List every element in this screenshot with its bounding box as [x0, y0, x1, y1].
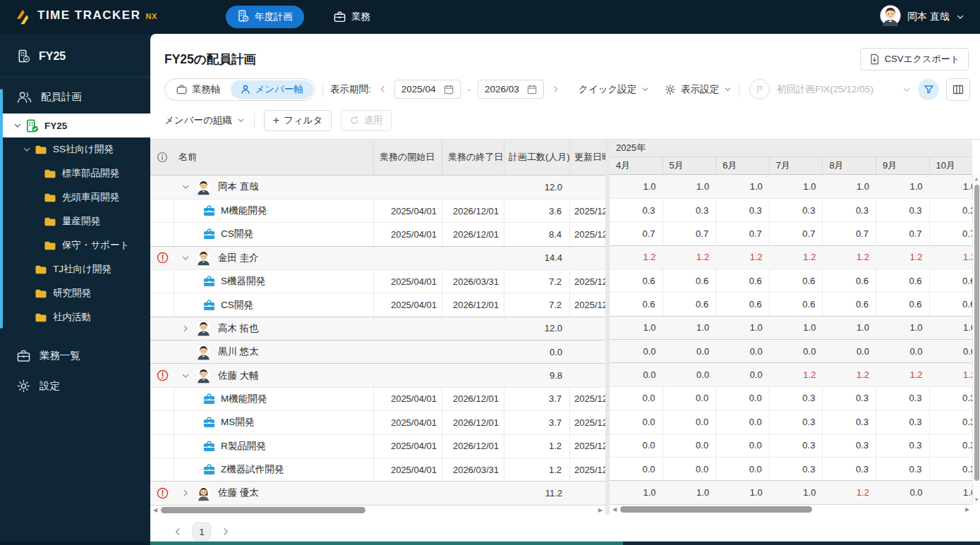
month-value-cell[interactable]: 0.7	[716, 222, 770, 245]
month-value-cell[interactable]: 0.6	[823, 293, 876, 315]
month-column-header[interactable]: 5月	[663, 157, 717, 174]
month-value-cell[interactable]: 1.0	[930, 175, 972, 198]
expand-chevron-icon[interactable]	[180, 489, 191, 497]
month-value-cell[interactable]: 0.6	[876, 293, 930, 315]
sidebar-tree-item[interactable]: TJ社向け開発	[0, 257, 150, 281]
month-value-cell[interactable]: 0.3	[876, 410, 930, 433]
month-value-cell[interactable]: 1.2	[876, 246, 930, 269]
plan-snapshot-selector[interactable]: 初回計画FIX(25/12/05)	[749, 79, 911, 99]
month-value-cell[interactable]: 0.3	[770, 410, 823, 433]
table-row-member[interactable]: 佐藤 優太11.2	[150, 481, 605, 504]
add-filter-button[interactable]: + フィルタ	[264, 110, 332, 131]
display-settings-dropdown[interactable]: 表示設定	[665, 83, 732, 96]
month-value-cell[interactable]: 0.7	[770, 222, 823, 245]
hscrollbar-right[interactable]: ◀ ▶	[610, 505, 972, 514]
month-value-cell[interactable]: 0.0	[823, 340, 876, 362]
period-start-input[interactable]: 2025/04	[394, 80, 461, 99]
month-value-cell[interactable]: 1.0	[716, 317, 770, 339]
month-value-cell[interactable]: 1.2	[876, 363, 930, 386]
month-value-cell[interactable]: 0.3	[930, 458, 972, 480]
scroll-down-icon[interactable]: ▼	[974, 496, 979, 504]
month-value-cell[interactable]: 1.0	[663, 481, 717, 503]
month-value-cell[interactable]: 1.2	[930, 363, 972, 386]
month-value-cell[interactable]: 0.6	[823, 269, 876, 292]
month-value-cell[interactable]: 0.6	[930, 293, 972, 315]
filter-toggle-button[interactable]	[918, 79, 939, 100]
month-value-cell[interactable]: 1.0	[610, 317, 663, 339]
month-value-cell[interactable]: 0.0	[610, 340, 663, 362]
month-value-cell[interactable]: 0.3	[716, 199, 770, 221]
hscroll-track[interactable]	[159, 507, 596, 513]
month-value-cell[interactable]: 0.3	[823, 434, 876, 457]
sidebar-tree-item[interactable]: 研究開発	[0, 281, 150, 305]
month-value-cell[interactable]: 0.0	[876, 340, 930, 362]
apply-button[interactable]: 適用	[341, 110, 392, 131]
month-value-cell[interactable]: 1.2	[823, 481, 876, 503]
month-value-cell[interactable]: 0.0	[716, 410, 770, 433]
month-value-cell[interactable]: 0.0	[663, 434, 717, 457]
month-column-header[interactable]: 8月	[823, 157, 876, 174]
month-value-cell[interactable]: 0.3	[610, 199, 663, 221]
column-header-name[interactable]: 名前	[174, 140, 374, 175]
month-value-cell[interactable]: 1.0	[823, 317, 876, 339]
month-value-cell[interactable]: 0.0	[663, 363, 717, 386]
month-value-cell[interactable]: 0.6	[663, 293, 717, 315]
month-value-cell[interactable]: 0.3	[823, 458, 876, 480]
month-value-cell[interactable]: 1.0	[930, 317, 972, 339]
month-value-cell[interactable]: 0.0	[663, 387, 717, 410]
month-value-cell[interactable]: 0.3	[930, 410, 972, 433]
month-value-cell[interactable]: 0.3	[930, 434, 972, 457]
month-value-cell[interactable]: 1.0	[770, 175, 823, 198]
sidebar-scrollbar[interactable]	[0, 89, 3, 329]
month-value-cell[interactable]: 1.0	[610, 481, 663, 503]
month-value-cell[interactable]: 0.0	[716, 340, 770, 362]
month-value-cell[interactable]: 0.0	[663, 410, 717, 433]
month-column-header[interactable]: 6月	[716, 157, 770, 174]
month-value-cell[interactable]: 0.6	[930, 269, 972, 292]
month-value-cell[interactable]: 0.3	[823, 199, 876, 221]
page-prev-icon[interactable]	[173, 527, 183, 537]
month-column-header[interactable]: 9月	[876, 157, 930, 174]
month-value-cell[interactable]: 1.0	[716, 175, 770, 198]
month-value-cell[interactable]: 1.0	[770, 317, 823, 339]
sidebar-tree-item[interactable]: 量産開発	[0, 209, 150, 233]
month-value-cell[interactable]: 0.7	[823, 222, 876, 245]
expand-chevron-icon[interactable]	[180, 324, 191, 333]
month-value-cell[interactable]: 0.7	[663, 222, 717, 245]
table-row-member[interactable]: 岡本 直哉12.0	[150, 176, 605, 199]
month-value-cell[interactable]: 0.0	[610, 387, 663, 410]
month-value-cell[interactable]: 0.0	[610, 458, 663, 480]
month-value-cell[interactable]: 0.0	[610, 410, 663, 433]
month-value-cell[interactable]: 0.3	[770, 434, 823, 457]
month-value-cell[interactable]: 0.6	[663, 269, 717, 292]
expand-chevron-icon[interactable]	[180, 372, 191, 380]
month-value-cell[interactable]: 0.6	[716, 269, 770, 292]
column-header-planned-effort[interactable]: 計画工数(人月)	[504, 140, 570, 175]
month-value-cell[interactable]: 0.0	[876, 481, 930, 503]
sidebar-tree-item[interactable]: SS社向け開発	[0, 137, 150, 161]
month-value-cell[interactable]: 1.0	[930, 481, 972, 503]
month-value-cell[interactable]: 0.6	[610, 293, 663, 315]
month-value-cell[interactable]: 1.0	[823, 175, 876, 198]
month-value-cell[interactable]: 1.0	[663, 317, 717, 339]
table-row-task[interactable]: M機能開発2025/04/012026/12/013.62025/12	[150, 199, 605, 222]
tab-annual-plan[interactable]: 年度計画	[226, 6, 304, 28]
month-value-cell[interactable]: 0.0	[610, 363, 663, 386]
month-value-cell[interactable]: 1.0	[876, 175, 930, 198]
vscroll-thumb[interactable]	[974, 185, 979, 481]
month-value-cell[interactable]: 0.7	[930, 222, 972, 245]
month-value-cell[interactable]: 1.2	[716, 246, 770, 269]
hscrollbar-left[interactable]: ◀ ▶	[150, 506, 605, 515]
period-end-input[interactable]: 2026/03	[478, 80, 544, 99]
month-column-header[interactable]: 4月	[610, 157, 663, 174]
sidebar-tree-item[interactable]: FY25	[0, 114, 150, 137]
month-value-cell[interactable]: 0.7	[610, 222, 663, 245]
sidebar-item-settings[interactable]: 設定	[0, 371, 150, 401]
table-row-task[interactable]: R製品開発2025/04/012026/12/011.22025/12	[150, 434, 605, 458]
month-value-cell[interactable]: 1.2	[823, 246, 876, 269]
scroll-right-icon[interactable]: ▶	[596, 507, 605, 513]
month-value-cell[interactable]: 1.2	[823, 363, 876, 386]
vscrollbar[interactable]: ▲ ▼	[972, 175, 980, 504]
scroll-up-icon[interactable]: ▲	[974, 175, 979, 183]
month-value-cell[interactable]: 0.6	[876, 269, 930, 292]
